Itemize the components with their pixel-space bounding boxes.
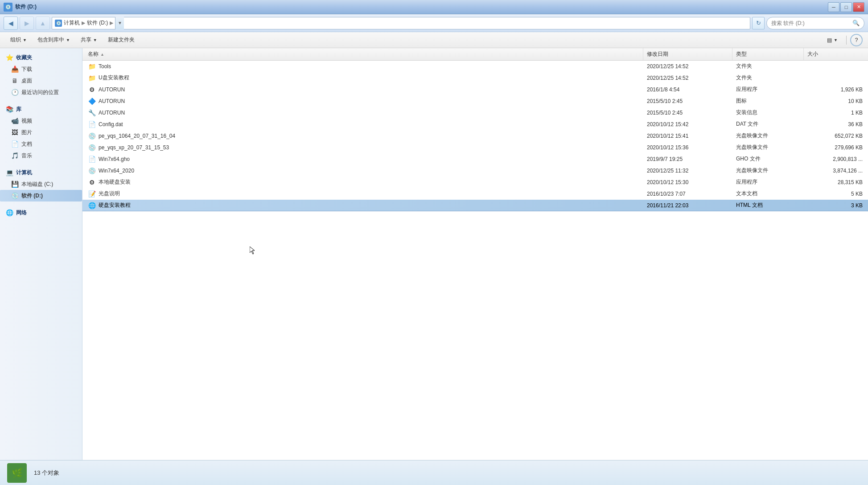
file-type: 文件夹 [732, 74, 804, 82]
video-label: 视频 [21, 117, 32, 125]
drive-c-label: 本地磁盘 (C:) [21, 181, 53, 188]
pictures-icon: 🖼 [11, 128, 19, 136]
sidebar-item-desktop[interactable]: 🖥 桌面 [0, 75, 82, 86]
file-name-cell: 💿 pe_yqs_1064_20_07_31_16_04 [84, 132, 643, 140]
sidebar-section-favorites: ⭐ 收藏夹 📥 下载 🖥 桌面 🕐 最近访问的位置 [0, 52, 82, 98]
address-sep-1: ▶ [82, 20, 85, 26]
view-dropdown-icon: ▼ [834, 38, 838, 42]
recent-icon: 🕐 [11, 88, 19, 96]
search-bar: 🔍 [766, 17, 864, 29]
file-icon: 📄 [88, 155, 96, 163]
sidebar-section-header-computer[interactable]: 💻 计算机 [0, 167, 82, 178]
sidebar-item-drive-c[interactable]: 💾 本地磁盘 (C:) [0, 178, 82, 190]
address-part-1[interactable]: 计算机 [64, 19, 80, 27]
col-header-name[interactable]: 名称 ▲ [84, 48, 643, 60]
search-input[interactable] [771, 20, 851, 26]
organize-button[interactable]: 组织 ▼ [5, 34, 32, 46]
col-name-label: 名称 [88, 50, 99, 58]
content-area: 名称 ▲ 修改日期 类型 大小 📁 Tools 2020/12/25 14:52… [82, 48, 868, 460]
col-name-sort-icon: ▲ [100, 52, 104, 57]
col-header-modified[interactable]: 修改日期 [643, 48, 732, 60]
maximize-button[interactable]: □ [840, 2, 852, 12]
file-modified: 2015/5/10 2:45 [643, 110, 732, 116]
file-list: 📁 Tools 2020/12/25 14:52 文件夹 📁 U盘安装教程 20… [82, 61, 868, 460]
file-name: U盘安装教程 [99, 74, 129, 82]
sidebar-section-network: 🌐 网络 [0, 207, 82, 218]
sidebar-section-header-library[interactable]: 📚 库 [0, 103, 82, 115]
sidebar-section-header-favorites[interactable]: ⭐ 收藏夹 [0, 52, 82, 63]
music-icon: 🎵 [11, 152, 19, 160]
video-icon: 📹 [11, 117, 19, 125]
table-row[interactable]: 💿 Win7x64_2020 2020/12/25 11:32 光盘映像文件 3… [82, 165, 868, 177]
table-row[interactable]: 📝 光盘说明 2016/10/23 7:07 文本文档 5 KB [82, 188, 868, 200]
documents-label: 文档 [21, 140, 32, 148]
view-button[interactable]: ▤ ▼ [822, 34, 843, 46]
drive-d-label: 软件 (D:) [21, 192, 43, 200]
table-row[interactable]: 📁 Tools 2020/12/25 14:52 文件夹 [82, 61, 868, 72]
sidebar-item-pictures[interactable]: 🖼 图片 [0, 127, 82, 138]
sidebar-item-drive-d[interactable]: 💿 软件 (D:) [0, 190, 82, 201]
file-name-cell: 🔧 AUTORUN [84, 109, 643, 117]
file-size: 10 KB [804, 98, 866, 104]
table-row[interactable]: 📄 Config.dat 2020/10/12 15:42 DAT 文件 36 … [82, 119, 868, 130]
file-icon: 💿 [88, 132, 96, 140]
up-button[interactable]: ▲ [36, 16, 50, 30]
forward-button[interactable]: ▶ [20, 16, 34, 30]
file-size: 652,072 KB [804, 133, 866, 139]
file-name-cell: 📄 Config.dat [84, 120, 643, 128]
file-type: DAT 文件 [732, 120, 804, 128]
file-name-cell: 📁 Tools [84, 62, 643, 70]
table-row[interactable]: ⚙ 本地硬盘安装 2020/10/12 15:30 应用程序 28,315 KB [82, 177, 868, 188]
col-type-label: 类型 [736, 50, 747, 58]
refresh-button[interactable]: ↻ [752, 17, 765, 29]
table-row[interactable]: 🌐 硬盘安装教程 2016/11/21 22:03 HTML 文档 3 KB [82, 200, 868, 211]
file-icon: ⚙ [88, 86, 96, 94]
address-part-2[interactable]: 软件 (D:) [87, 19, 108, 27]
address-dropdown[interactable]: ▼ [115, 17, 124, 29]
music-label: 音乐 [21, 152, 32, 160]
address-text: 计算机 ▶ 软件 (D:) ▶ [64, 19, 113, 27]
close-button[interactable]: ✕ [853, 2, 864, 12]
file-name: Tools [99, 63, 111, 70]
help-button[interactable]: ? [850, 34, 863, 46]
table-row[interactable]: 🔷 AUTORUN 2015/5/10 2:45 图标 10 KB [82, 95, 868, 107]
table-row[interactable]: 💿 pe_yqs_xp_20_07_31_15_53 2020/10/12 15… [82, 142, 868, 153]
file-icon: 🌐 [88, 201, 96, 210]
col-header-type[interactable]: 类型 [732, 48, 804, 60]
file-type: 图标 [732, 97, 804, 105]
minimize-button[interactable]: ─ [828, 2, 839, 12]
table-row[interactable]: 💿 pe_yqs_1064_20_07_31_16_04 2020/10/12 … [82, 130, 868, 142]
file-icon: 💿 [88, 167, 96, 175]
sidebar-item-documents[interactable]: 📄 文档 [0, 138, 82, 150]
sidebar-section-library: 📚 库 📹 视频 🖼 图片 📄 文档 🎵 音乐 [0, 103, 82, 161]
sidebar-item-download[interactable]: 📥 下载 [0, 63, 82, 75]
library-section-label: 库 [16, 106, 21, 113]
file-name: 本地硬盘安装 [99, 178, 131, 186]
file-name: Win7x64_2020 [99, 168, 134, 174]
share-button[interactable]: 共享 ▼ [76, 34, 102, 46]
sidebar-item-music[interactable]: 🎵 音乐 [0, 150, 82, 161]
address-bar[interactable]: 💿 计算机 ▶ 软件 (D:) ▶ ▼ [52, 17, 750, 29]
file-name-cell: 📄 Win7x64.gho [84, 155, 643, 163]
file-modified: 2019/9/7 19:25 [643, 156, 732, 162]
favorites-section-icon: ⭐ [5, 53, 13, 62]
new-folder-label: 新建文件夹 [108, 36, 135, 44]
back-button[interactable]: ◀ [4, 16, 18, 30]
file-icon: ⚙ [88, 178, 96, 186]
table-row[interactable]: ⚙ AUTORUN 2016/1/8 4:54 应用程序 1,926 KB [82, 84, 868, 95]
sidebar-item-video[interactable]: 📹 视频 [0, 115, 82, 127]
include-library-button[interactable]: 包含到库中 ▼ [33, 34, 75, 46]
col-header-size[interactable]: 大小 [804, 48, 866, 60]
window-icon: 💿 [4, 3, 12, 12]
file-name: AUTORUN [99, 98, 125, 104]
file-icon: 📁 [88, 62, 96, 70]
main-area: ⭐ 收藏夹 📥 下载 🖥 桌面 🕐 最近访问的位置 📚 库 [0, 48, 868, 460]
table-row[interactable]: 📄 Win7x64.gho 2019/9/7 19:25 GHO 文件 2,90… [82, 153, 868, 165]
sidebar-section-header-network[interactable]: 🌐 网络 [0, 207, 82, 218]
new-folder-button[interactable]: 新建文件夹 [103, 34, 140, 46]
table-row[interactable]: 📁 U盘安装教程 2020/12/25 14:52 文件夹 [82, 72, 868, 84]
table-row[interactable]: 🔧 AUTORUN 2015/5/10 2:45 安装信息 1 KB [82, 107, 868, 119]
sidebar-item-recent[interactable]: 🕐 最近访问的位置 [0, 86, 82, 98]
toolbar: 组织 ▼ 包含到库中 ▼ 共享 ▼ 新建文件夹 ▤ ▼ ? [0, 32, 868, 48]
file-modified: 2016/10/23 7:07 [643, 191, 732, 197]
